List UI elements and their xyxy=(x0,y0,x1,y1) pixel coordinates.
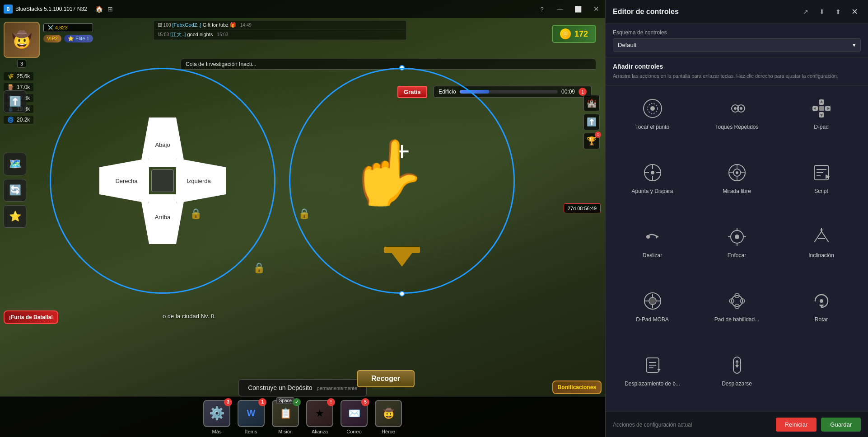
btn-alianza[interactable]: ★ ! Alianza xyxy=(306,400,333,434)
dpad-overlay[interactable]: Abajo Arriba Derecha Izquierda 1 xyxy=(50,68,275,294)
btn-heroe-icon[interactable]: 🤠 xyxy=(375,400,402,427)
reiniciar-button[interactable]: Reiniciar xyxy=(776,418,817,432)
swipe-icon-wrap xyxy=(640,224,665,249)
btn-mas[interactable]: ⚙️ 3 Más xyxy=(203,400,230,434)
player-avatar[interactable]: 🤠 xyxy=(4,22,40,58)
add-controls-title: Añadir controles xyxy=(613,63,861,70)
tap-label: Tocar el punto xyxy=(635,124,669,131)
touch-overlay[interactable]: + 👆 xyxy=(289,68,515,294)
help-icon[interactable]: ? xyxy=(533,0,551,18)
rotate-icon-wrap xyxy=(809,288,834,314)
nav-icon-1[interactable]: 🏰 xyxy=(583,95,600,111)
right-notifs: 🏰 ⬆️ 🏆 1 xyxy=(583,95,600,149)
dpad-right-btn[interactable]: Izquierda xyxy=(176,158,226,203)
svg-point-1 xyxy=(650,106,655,111)
btn-mision-icon[interactable]: 📋 Space ✓ xyxy=(272,400,299,427)
free-look-icon-wrap xyxy=(724,160,750,185)
left-side-icons: ⬆️ 🗺️ 🔄 ⭐ xyxy=(4,90,26,228)
vip-badge: VIP2 xyxy=(43,35,61,42)
nav-icon-2[interactable]: ⬆️ xyxy=(583,114,600,130)
btn-mision-label: Misión xyxy=(278,429,293,434)
bottom-label: Acciones de configuración actual xyxy=(613,422,692,428)
resource-row-1: 🌾 25.6k xyxy=(4,72,33,80)
aim-shoot-icon-wrap xyxy=(640,160,665,185)
btn-correo[interactable]: ✉️ 5 Correo xyxy=(341,400,368,434)
award-btn[interactable]: ⭐ xyxy=(4,205,26,228)
control-tap[interactable]: Tocar el punto xyxy=(613,91,692,150)
control-dpad[interactable]: D-pad xyxy=(782,91,861,150)
scroll-b-icon-wrap xyxy=(640,352,665,378)
sidebar-bottom: Acciones de configuración actual Reinici… xyxy=(606,412,868,437)
btn-mas-label: Más xyxy=(212,429,222,434)
aim-shoot-label: Apunta y Dispara xyxy=(631,188,673,195)
sidebar-bottom-btns: Reiniciar Guardar xyxy=(776,418,861,432)
btn-items-icon[interactable]: W 1 xyxy=(238,400,265,427)
nav-icon-3[interactable]: 🏆 1 xyxy=(583,133,600,149)
map-btn[interactable]: 🗺️ xyxy=(4,153,26,175)
control-script[interactable]: Script xyxy=(782,155,861,214)
scheme-select[interactable]: Default ▾ xyxy=(613,38,861,52)
close-icon[interactable]: ✕ xyxy=(587,0,605,18)
focus-label: Enfocar xyxy=(728,252,746,259)
btn-correo-icon[interactable]: ✉️ 5 xyxy=(341,400,368,427)
control-tilt[interactable]: Inclinación xyxy=(782,219,861,278)
dpad-label: D-pad xyxy=(814,124,829,131)
arrow-up-btn[interactable]: ⬆️ xyxy=(4,90,26,113)
badge-mas: 3 xyxy=(224,398,232,406)
control-dpad-moba[interactable]: D-Pad MOBA xyxy=(613,283,692,342)
maximize-icon[interactable]: ⬜ xyxy=(569,0,587,18)
minimize-icon[interactable]: — xyxy=(551,0,569,18)
bs-icon: B xyxy=(4,5,13,14)
scheme-label: Esquema de controles xyxy=(613,29,861,36)
swipe-label: Deslizar xyxy=(643,252,662,259)
home-icon[interactable]: 🏠 xyxy=(95,5,103,13)
refresh-btn[interactable]: 🔄 xyxy=(4,179,26,202)
city-level: o de la ciudad Nv. 8. xyxy=(163,313,216,320)
control-repeat-tap[interactable]: Toques Repetidos xyxy=(697,91,776,150)
recoger-button[interactable]: Recoger xyxy=(357,370,415,387)
btn-mision[interactable]: 📋 Space ✓ Misión xyxy=(272,400,299,434)
control-rotate[interactable]: Rotar xyxy=(782,283,861,342)
notif-badge-1: 1 xyxy=(595,132,601,138)
control-scroll-b[interactable]: Desplazamiento de b... xyxy=(613,348,692,406)
btn-alianza-icon[interactable]: ★ ! xyxy=(306,400,333,427)
bottom-action-bar: ⚙️ 3 Más W 1 Ítems 📋 Space ✓ Misión ★ ! xyxy=(0,396,605,437)
controls-grid: Tocar el punto Toques Repetidos xyxy=(606,85,868,412)
control-aim-shoot[interactable]: Apunta y Dispara xyxy=(613,155,692,214)
free-look-label: Mirada libre xyxy=(723,188,751,195)
control-scroll[interactable]: Desplazarse xyxy=(697,348,776,406)
bonificaciones-banner[interactable]: Bonificaciones xyxy=(552,381,602,394)
add-controls-desc: Arrastra las acciones en la pantalla par… xyxy=(613,73,861,80)
control-focus[interactable]: Enfocar xyxy=(697,219,776,278)
sidebar-close-icon[interactable]: ✕ xyxy=(848,5,861,18)
control-skill-pad[interactable]: Pad de habilidad... xyxy=(697,283,776,342)
badge-correo: 5 xyxy=(361,398,369,406)
control-swipe[interactable]: Deslizar xyxy=(613,219,692,278)
furia-banner[interactable]: ¡Furia de Batalla! xyxy=(4,310,58,324)
tap-icon-wrap xyxy=(640,96,665,121)
btn-items[interactable]: W 1 Ítems xyxy=(238,400,265,434)
swipe-arrow xyxy=(388,249,415,267)
import-icon[interactable]: ⬇ xyxy=(816,5,828,18)
drag-handle-bottom[interactable] xyxy=(399,291,405,296)
dpad-icon-wrap xyxy=(809,96,834,121)
dpad-moba-icon-wrap xyxy=(640,288,665,314)
elite-badge: ⭐ Élite 1 xyxy=(64,35,93,42)
btn-heroe-label: Héroe xyxy=(382,429,395,434)
export-icon[interactable]: ⬆ xyxy=(832,5,845,18)
share-icon[interactable]: ↗ xyxy=(799,5,812,18)
control-free-look[interactable]: Mirada libre xyxy=(697,155,776,214)
btn-mas-icon[interactable]: ⚙️ 3 xyxy=(203,400,230,427)
btn-heroe[interactable]: 🤠 Héroe xyxy=(375,400,402,434)
script-label: Script xyxy=(814,188,828,195)
window-controls: ? — ⬜ ✕ xyxy=(533,0,605,18)
guardar-button[interactable]: Guardar xyxy=(821,418,861,432)
hand-cursor-icon: 👆 xyxy=(348,136,427,210)
btn-items-label: Ítems xyxy=(245,429,257,434)
layout-icon[interactable]: ⊞ xyxy=(107,5,113,13)
sidebar: Editor de controles ↗ ⬇ ⬆ ✕ Esquema de c… xyxy=(605,0,868,437)
dpad-left-btn[interactable]: Derecha xyxy=(99,158,149,203)
svg-point-51 xyxy=(732,296,742,306)
svg-point-21 xyxy=(651,171,654,174)
script-icon-wrap xyxy=(809,160,834,185)
